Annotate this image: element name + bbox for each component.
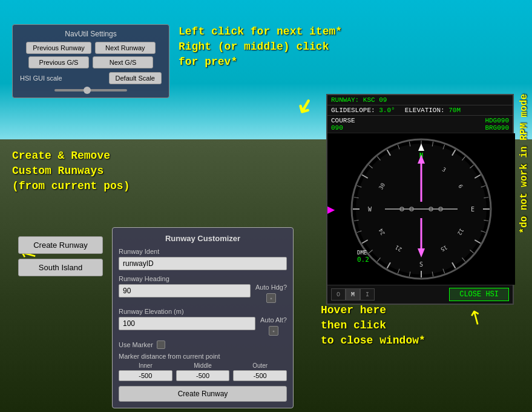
hsi-runway-label: RUNWAY: KSC 09 (331, 96, 387, 104)
left-button-panel: Create Runway South Island (18, 236, 103, 276)
hsi-hdg-brg: HDG090 BRG090 (485, 117, 509, 131)
hsi-elev-label: ELEVATION: (405, 107, 445, 114)
runway-elevation-input[interactable] (119, 317, 255, 330)
runway-customizer-panel: Runway Customizer Runway Ident Runway He… (112, 227, 294, 408)
auto-hdg-group: Auto Hdg? ▪ (255, 275, 287, 303)
hsi-course-value: 090 (331, 124, 343, 131)
auto-hdg-check-icon: ▪ (270, 295, 272, 302)
prev-runway-button[interactable]: Previous Runway (26, 42, 91, 54)
create-runway-button[interactable]: Create Runway (119, 386, 287, 402)
outer-label: Outer (252, 362, 268, 369)
marker-distance-label: Marker distance from current point (119, 353, 287, 360)
marker-columns: Inner Middle Outer (119, 362, 287, 381)
create-runway-side-button[interactable]: Create Runway (18, 236, 103, 254)
inner-label: Inner (139, 362, 153, 369)
annotation-rpm-mode: *do not work in RPM mode (518, 94, 531, 233)
default-scale-button[interactable]: Default Scale (109, 72, 162, 84)
svg-text:W: W (368, 206, 372, 213)
hsi-course-label: COURSE (331, 117, 355, 124)
hsi-brg-label: BRG090 (485, 124, 509, 131)
triangle-indicator-icon: ▶ (327, 204, 335, 215)
hsi-bottom-controls: O M I CLOSE HSI (327, 285, 513, 304)
annotation-left-click: Left click for next item* Right (or midd… (179, 24, 342, 70)
use-marker-checkbox[interactable] (157, 341, 165, 349)
annotation-left-click-line3: for prev* (179, 56, 237, 68)
auto-alt-group: Auto Alt? ▪ (260, 308, 287, 336)
middle-marker-col: Middle (176, 362, 230, 381)
hover-line2: then click (321, 319, 386, 331)
annotation-left-click-line2: Right (or middle) click (179, 41, 329, 53)
outer-marker-input[interactable] (233, 370, 287, 381)
hsi-runway-text: RUNWAY: (331, 96, 359, 104)
hsi-instrument: RUNWAY: KSC 09 GLIDESLOPE: 3.0° ELEVATIO… (326, 94, 514, 305)
elevation-label: Runway Elevation (m) (119, 308, 255, 315)
customizer-title: Runway Customizer (119, 234, 287, 243)
hsi-scale-label: HSI GUI scale (20, 75, 62, 82)
hsi-course-info: COURSE 090 (331, 117, 355, 131)
auto-alt-check-icon: ▪ (272, 328, 275, 334)
auto-hdg-label: Auto Hdg? (255, 284, 287, 291)
inner-marker-input[interactable] (119, 370, 172, 381)
svg-text:DME: DME (357, 250, 367, 256)
compass-svg: N E S W 3 6 12 15 21 24 30 (349, 136, 494, 282)
hover-line3: to close window* (321, 334, 425, 347)
hsi-runway-id: KSC (363, 96, 375, 104)
auto-alt-label: Auto Alt? (260, 316, 287, 324)
south-island-button[interactable]: South Island (18, 259, 103, 276)
svg-text:0.2: 0.2 (357, 256, 369, 264)
hover-line1: Hover here (321, 304, 386, 316)
scale-slider-thumb[interactable] (84, 87, 91, 94)
hsi-mode-m-button[interactable]: M (346, 288, 360, 301)
prev-gs-button[interactable]: Previous G/S (28, 56, 89, 68)
next-gs-button[interactable]: Next G/S (93, 56, 153, 68)
scale-slider-track (54, 89, 127, 91)
hsi-glideslope-label: GLIDESLOPE: 3.0° (331, 107, 395, 114)
runway-nav-row: Previous Runway Next Runway (18, 42, 164, 54)
hsi-runway-num: 09 (379, 96, 387, 104)
gs-nav-row: Previous G/S Next G/S (18, 56, 164, 68)
hsi-header: RUNWAY: KSC 09 (327, 95, 513, 105)
next-runway-button[interactable]: Next Runway (95, 42, 156, 54)
auto-alt-checkbox[interactable]: ▪ (269, 326, 278, 336)
hsi-course-row: COURSE 090 HDG090 BRG090 (327, 116, 513, 133)
middle-marker-input[interactable] (176, 370, 230, 381)
svg-text:S: S (419, 261, 423, 268)
compass-area: ▶ (327, 133, 515, 285)
close-hsi-button[interactable]: CLOSE HSI (449, 288, 509, 301)
outer-marker-col: Outer (233, 362, 287, 381)
annotation-cr-line1: Create & Remove (12, 150, 110, 162)
middle-label: Middle (194, 362, 211, 369)
hsi-gs-text: GLIDESLOPE: (331, 107, 375, 114)
use-marker-label: Use Marker (119, 341, 153, 348)
annotation-cr-line2: Custom Runways (12, 165, 103, 177)
use-marker-row: Use Marker (119, 341, 287, 349)
annotation-hover-close: Hover here then click to close window* (321, 303, 425, 349)
heading-label: Runway Heading (119, 275, 251, 282)
ident-label: Runway Ident (119, 248, 287, 255)
hsi-gs-value: 3.0° (379, 107, 395, 114)
hsi-glideslope-row: GLIDESLOPE: 3.0° ELEVATION: 70M (327, 105, 513, 116)
annotation-left-click-line1: Left click for next item* (179, 25, 342, 38)
runway-heading-input[interactable] (119, 284, 251, 297)
heading-field-group: Runway Heading (119, 275, 251, 297)
elevation-row: Runway Elevation (m) Auto Alt? ▪ (119, 308, 287, 336)
hsi-scale-row: HSI GUI scale Default Scale (18, 72, 164, 84)
inner-marker-col: Inner (119, 362, 172, 381)
navutil-title: NavUtil Settings (18, 30, 164, 38)
annotation-create-remove: Create & Remove Custom Runways (from cur… (12, 148, 130, 194)
annotation-cr-line3: (from current pos) (12, 180, 130, 192)
hsi-mode-o-button[interactable]: O (331, 288, 346, 301)
hsi-elev-value: 70M (448, 107, 461, 114)
hsi-hdg-label: HDG090 (485, 117, 509, 124)
hsi-elevation: ELEVATION: 70M (405, 107, 461, 114)
scale-slider-row (18, 84, 164, 93)
heading-row: Runway Heading Auto Hdg? ▪ (119, 275, 287, 303)
hsi-mode-i-button[interactable]: I (360, 288, 375, 301)
svg-text:E: E (471, 206, 475, 213)
navutil-settings-panel: NavUtil Settings Previous Runway Next Ru… (12, 24, 169, 98)
runway-ident-input[interactable] (119, 257, 287, 270)
elevation-field-group: Runway Elevation (m) (119, 308, 255, 330)
auto-hdg-checkbox[interactable]: ▪ (266, 293, 276, 303)
